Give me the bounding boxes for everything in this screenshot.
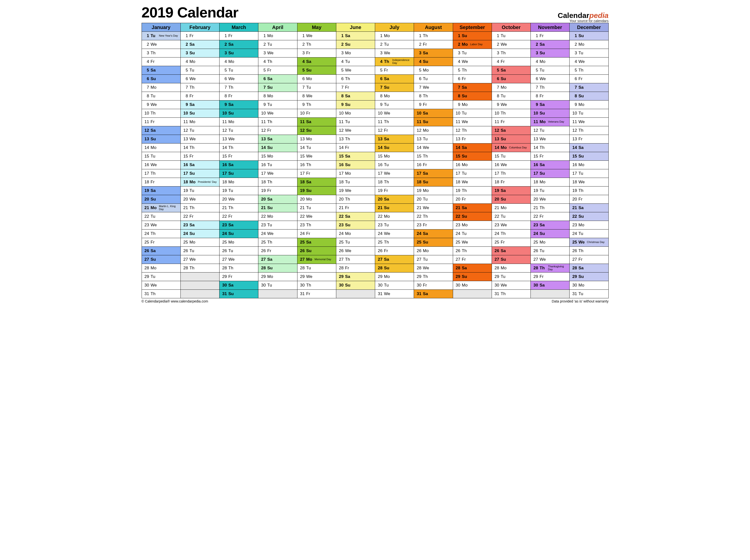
day-cell: 6Su	[492, 75, 531, 83]
day-weekday: Th	[190, 205, 198, 210]
day-number: 30	[219, 283, 229, 288]
day-weekday: Mo	[462, 42, 470, 47]
day-cell: 23Su	[336, 221, 375, 229]
day-cell: 10Su	[180, 109, 219, 118]
day-cell: 18Mo	[219, 178, 258, 186]
day-cell: 28ThThanksgiving Day	[531, 264, 570, 273]
day-cell: 2Sa	[531, 40, 570, 49]
day-cell: 2We	[492, 40, 531, 49]
day-cell: 19Sa	[142, 186, 180, 195]
day-number: 7	[492, 85, 501, 90]
day-weekday: We	[578, 59, 587, 64]
day-number: 29	[414, 274, 423, 279]
day-cell: 2Th	[297, 40, 336, 49]
day-weekday: Tu	[501, 154, 509, 159]
day-number: 24	[297, 231, 306, 236]
day-weekday: Su	[345, 42, 354, 47]
day-cell: 9Tu	[375, 100, 414, 109]
day-number: 30	[297, 283, 306, 288]
day-number: 3	[531, 51, 539, 56]
day-weekday: Th	[539, 205, 548, 210]
day-cell: 4Su	[414, 58, 453, 66]
day-number: 7	[219, 85, 229, 90]
day-number: 17	[570, 171, 578, 176]
day-weekday: Mo	[384, 34, 392, 38]
day-cell: 24Mo	[336, 229, 375, 238]
day-cell: 9Sa	[180, 100, 219, 109]
day-number: 14	[492, 145, 501, 150]
day-number: 15	[142, 154, 151, 159]
day-number: 4	[219, 59, 229, 64]
day-number: 28	[531, 266, 539, 271]
day-number: 15	[219, 154, 229, 159]
day-weekday: Fr	[229, 274, 237, 279]
day-weekday: We	[190, 76, 198, 81]
day-weekday: Sa	[190, 42, 198, 47]
day-number: 16	[375, 162, 384, 167]
day-weekday: Tu	[384, 162, 392, 167]
day-cell: 14Su	[375, 143, 414, 152]
day-number: 9	[219, 102, 229, 107]
day-weekday: We	[501, 283, 509, 288]
day-number: 12	[219, 128, 229, 133]
day-number: 6	[336, 76, 345, 81]
day-cell: 30Tu	[258, 281, 297, 290]
day-number: 30	[492, 283, 501, 288]
day-cell: 21Su	[258, 204, 297, 212]
day-cell: 5Th	[570, 66, 608, 75]
day-weekday: Sa	[267, 197, 276, 202]
day-weekday: Sa	[229, 283, 237, 288]
day-weekday: Sa	[229, 102, 237, 107]
day-number: 6	[258, 76, 267, 81]
day-cell: 1Fr	[180, 32, 219, 40]
day-weekday: We	[462, 59, 470, 64]
day-number: 14	[219, 145, 229, 150]
day-number: 22	[492, 214, 501, 219]
day-weekday: We	[501, 223, 509, 227]
day-cell: 22Fr	[180, 212, 219, 221]
day-number: 8	[570, 94, 578, 99]
day-number: 19	[453, 188, 462, 193]
day-cell: 12Mo	[414, 126, 453, 135]
day-number: 3	[142, 51, 151, 56]
day-weekday: We	[151, 162, 159, 167]
day-cell: 27We	[180, 255, 219, 264]
day-number: 16	[414, 162, 423, 167]
day-weekday: Sa	[423, 51, 431, 56]
day-number: 31	[375, 292, 384, 296]
day-cell: 17Th	[142, 169, 180, 178]
day-number: 12	[142, 128, 151, 133]
day-number: 18	[492, 180, 501, 184]
day-number: 2	[336, 42, 345, 47]
day-weekday: Fr	[306, 292, 315, 296]
day-number: 17	[375, 171, 384, 176]
day-cell: 23Th	[297, 221, 336, 229]
day-number: 14	[181, 145, 190, 150]
day-number: 16	[258, 162, 267, 167]
day-number: 11	[219, 119, 229, 124]
day-number: 23	[570, 223, 578, 227]
day-number: 22	[297, 214, 306, 219]
day-weekday: Tu	[267, 283, 276, 288]
day-weekday: Su	[229, 51, 237, 56]
day-cell: 17Mo	[336, 169, 375, 178]
day-number: 16	[297, 162, 306, 167]
day-number: 11	[414, 119, 423, 124]
day-cell: 21We	[414, 204, 453, 212]
day-weekday: Sa	[539, 162, 548, 167]
day-cell: 7Fr	[336, 83, 375, 92]
day-weekday: Fr	[423, 42, 431, 47]
day-weekday: Th	[306, 42, 315, 47]
day-number: 6	[531, 76, 539, 81]
day-weekday: Th	[306, 102, 315, 107]
day-weekday: Mo	[267, 94, 276, 99]
day-holiday: Veterans Day	[548, 120, 569, 123]
day-weekday: Sa	[423, 231, 431, 236]
day-number: 11	[453, 119, 462, 124]
day-cell: 30Mo	[570, 281, 608, 290]
day-cell: 28Sa	[570, 264, 608, 273]
day-cell: 17Su	[219, 169, 258, 178]
day-cell: 20Sa	[375, 195, 414, 204]
day-number: 5	[492, 68, 501, 73]
day-weekday: Su	[423, 59, 431, 64]
